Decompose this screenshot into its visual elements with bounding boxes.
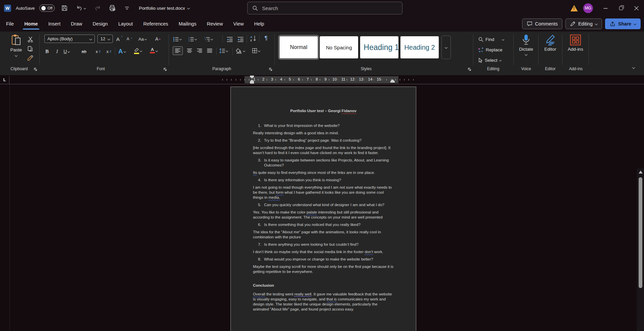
- find-button[interactable]: Find: [478, 35, 504, 44]
- select-button[interactable]: Select: [478, 56, 501, 64]
- line-spacing-button[interactable]: [218, 46, 228, 55]
- decrease-indent-button[interactable]: [226, 35, 234, 43]
- tab-review[interactable]: Review: [206, 19, 224, 29]
- sort-button[interactable]: AZ: [249, 34, 257, 43]
- styles-dialog-launcher[interactable]: [468, 67, 472, 72]
- customize-toolbar-icon[interactable]: [122, 3, 132, 13]
- tab-insert[interactable]: Insert: [48, 19, 61, 29]
- justify-button[interactable]: [206, 46, 214, 55]
- comments-button[interactable]: Comments: [522, 18, 563, 29]
- bullets-button[interactable]: [172, 35, 182, 43]
- font-size-combo[interactable]: 12: [97, 35, 113, 43]
- grow-font-button[interactable]: A⌃: [116, 35, 124, 43]
- change-case-button[interactable]: Aa: [138, 35, 147, 43]
- account-avatar[interactable]: MG: [583, 3, 593, 13]
- align-right-button[interactable]: [196, 46, 204, 55]
- undo-dropdown-icon[interactable]: [84, 7, 86, 9]
- restore-button[interactable]: [613, 0, 629, 16]
- styles-gallery-expand-button[interactable]: [441, 36, 451, 59]
- scroll-up-arrow-icon[interactable]: [639, 171, 643, 174]
- font-name-combo[interactable]: Aptos (Body): [44, 35, 95, 43]
- right-indent-marker[interactable]: [390, 79, 395, 83]
- align-left-button[interactable]: [173, 46, 183, 55]
- increase-indent-button[interactable]: [237, 35, 245, 43]
- share-button[interactable]: Share: [605, 18, 641, 29]
- tab-design[interactable]: Design: [92, 19, 109, 29]
- borders-button[interactable]: [251, 46, 261, 55]
- clear-formatting-button[interactable]: A▪: [154, 35, 162, 43]
- show-paragraph-marks-button[interactable]: ¶: [262, 34, 270, 43]
- font-dialog-launcher[interactable]: [163, 67, 168, 72]
- styles-gallery-chevron-icon: [445, 46, 447, 49]
- tab-draw[interactable]: Draw: [70, 19, 83, 29]
- underline-button[interactable]: U: [62, 47, 71, 56]
- copy-button[interactable]: [26, 44, 35, 53]
- highlight-button[interactable]: [133, 46, 142, 55]
- multilevel-list-button[interactable]: 1ai: [204, 35, 213, 43]
- document-page[interactable]: Portfolio User test – Georgi Fidanov 1. …: [230, 87, 416, 331]
- pencil-icon: [570, 21, 575, 27]
- tab-help[interactable]: Help: [254, 19, 265, 29]
- tab-view[interactable]: View: [232, 19, 244, 29]
- highlighter-icon: [134, 48, 139, 54]
- minimize-button[interactable]: [598, 0, 613, 16]
- search-box[interactable]: [247, 2, 402, 14]
- close-button[interactable]: [629, 0, 644, 16]
- toggle-knob: [41, 6, 46, 10]
- align-center-button[interactable]: [185, 46, 194, 55]
- multilevel-chevron-icon: [211, 38, 213, 40]
- tab-mailings[interactable]: Mailings: [178, 19, 197, 29]
- editing-mode-button[interactable]: Editing: [565, 18, 602, 29]
- subscript-button[interactable]: x2: [94, 47, 102, 56]
- clipboard-dialog-launcher[interactable]: [34, 67, 38, 72]
- tab-stop-selector[interactable]: L: [0, 76, 9, 84]
- replace-button[interactable]: bc Replace: [478, 45, 503, 54]
- warning-icon[interactable]: [570, 5, 578, 11]
- text-effects-button[interactable]: A: [118, 47, 126, 56]
- tab-references[interactable]: References: [142, 19, 169, 29]
- addins-label: Add-ins: [568, 47, 583, 52]
- italic-button[interactable]: I: [53, 47, 61, 56]
- paste-button[interactable]: Paste: [7, 34, 26, 56]
- tab-layout[interactable]: Layout: [118, 19, 134, 29]
- paragraph-dialog-launcher[interactable]: [269, 67, 273, 72]
- style-no-spacing[interactable]: No Spacing: [320, 36, 358, 58]
- svg-text:A: A: [250, 36, 252, 39]
- superscript-button[interactable]: x2: [105, 47, 113, 56]
- document-canvas[interactable]: Portfolio User test – Georgi Fidanov 1. …: [0, 84, 644, 331]
- svg-text:Z: Z: [250, 39, 252, 42]
- question-2: 2. Try to find the “Branding” project pa…: [253, 138, 394, 143]
- tab-file[interactable]: File: [5, 19, 14, 29]
- bold-button[interactable]: B: [43, 47, 51, 56]
- question-8: 8. What would you improve or change to m…: [253, 257, 394, 262]
- ruler-number: 10: [332, 77, 338, 82]
- dictate-button[interactable]: Dictate: [517, 34, 535, 55]
- quick-print-icon[interactable]: [107, 3, 117, 13]
- save-icon[interactable]: [59, 3, 70, 13]
- document-title[interactable]: Portfolio user test.docx: [137, 4, 191, 12]
- shading-button[interactable]: [235, 46, 246, 55]
- cut-button[interactable]: [26, 35, 35, 44]
- tab-home[interactable]: Home: [24, 19, 38, 29]
- style-heading-2[interactable]: Heading 2: [400, 36, 439, 58]
- undo-icon[interactable]: [74, 3, 88, 13]
- indent-markers[interactable]: [250, 76, 254, 84]
- select-label: Select: [485, 58, 498, 63]
- scrollbar-thumb[interactable]: [639, 177, 642, 288]
- strikethrough-button[interactable]: ab: [80, 47, 88, 56]
- multilevel-list-icon: 1ai: [204, 37, 210, 42]
- vertical-scrollbar[interactable]: [637, 169, 644, 331]
- collapse-ribbon-button[interactable]: [633, 64, 635, 70]
- addins-button[interactable]: Add-ins: [565, 34, 586, 52]
- format-painter-button[interactable]: [26, 54, 35, 62]
- style-normal[interactable]: Normal: [280, 36, 318, 58]
- font-color-button[interactable]: A: [149, 46, 158, 55]
- bullets-chevron-icon: [179, 38, 182, 40]
- search-input[interactable]: [262, 5, 390, 11]
- numbering-button[interactable]: 123: [187, 35, 197, 43]
- editor-button[interactable]: Editor: [540, 34, 560, 52]
- shrink-font-button[interactable]: A⌄: [126, 35, 134, 43]
- autosave-toggle[interactable]: Off: [39, 4, 55, 12]
- find-icon: [478, 37, 483, 42]
- style-heading-1[interactable]: Heading 1: [360, 36, 398, 58]
